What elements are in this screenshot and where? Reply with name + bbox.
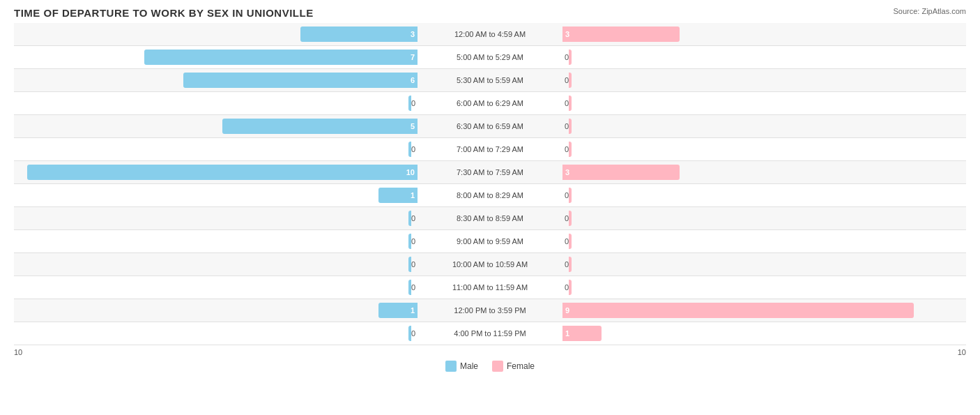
bar-male: 7 <box>144 50 418 65</box>
table-row: 3 12:00 AM to 4:59 AM 3 <box>14 23 966 46</box>
female-value: 3 <box>565 30 569 38</box>
axis-label-left: 10 <box>14 348 22 356</box>
row-label: 6:30 AM to 6:59 AM <box>420 122 560 130</box>
table-row: 7 5:00 AM to 5:29 AM 0 <box>14 46 966 69</box>
table-row: 1 12:00 PM to 3:59 PM 9 <box>14 299 966 322</box>
axis-label-right: 10 <box>958 348 966 356</box>
table-row: 0 11:00 AM to 11:59 AM 0 <box>14 276 966 299</box>
bar-female <box>569 50 572 65</box>
bar-female <box>569 257 572 272</box>
row-label: 5:30 AM to 5:59 AM <box>420 76 560 84</box>
bar-female: 1 <box>562 326 602 341</box>
source-text: Source: ZipAtlas.com <box>893 7 966 15</box>
bar-female <box>569 96 572 111</box>
male-zero: 0 <box>411 329 415 338</box>
male-value: 3 <box>411 30 415 38</box>
legend-male-label: Male <box>460 361 478 371</box>
male-value: 1 <box>411 306 415 315</box>
left-section: 6 <box>14 69 420 91</box>
bar-female: 3 <box>562 27 680 42</box>
left-section: 0 <box>14 138 420 160</box>
bar-male: 1 <box>378 303 418 318</box>
table-row: 5 6:30 AM to 6:59 AM 0 <box>14 115 966 138</box>
right-section: 0 <box>560 69 966 91</box>
left-section: 0 <box>14 230 420 252</box>
right-section: 3 <box>560 23 966 45</box>
bar-female <box>569 211 572 226</box>
left-section: 3 <box>14 23 420 45</box>
right-section: 0 <box>560 230 966 252</box>
legend-female-label: Female <box>507 361 535 371</box>
bar-male <box>408 96 411 111</box>
row-label: 6:00 AM to 6:29 AM <box>420 99 560 107</box>
male-zero: 0 <box>411 99 415 107</box>
row-label: 7:00 AM to 7:29 AM <box>420 145 560 153</box>
axis-bottom: 10 10 <box>14 345 966 356</box>
bar-male: 6 <box>183 73 418 88</box>
table-row: 6 5:30 AM to 5:59 AM 0 <box>14 69 966 92</box>
male-value: 7 <box>411 53 415 61</box>
right-section: 0 <box>560 92 966 114</box>
row-label: 7:30 AM to 7:59 AM <box>420 168 560 176</box>
legend-male: Male <box>445 361 478 372</box>
bar-male <box>408 257 411 272</box>
bar-male <box>408 211 411 226</box>
legend-male-box <box>445 361 457 372</box>
bar-male <box>408 234 411 249</box>
male-value: 5 <box>411 122 415 130</box>
right-section: 9 <box>560 299 966 322</box>
female-value: 9 <box>565 306 569 315</box>
right-section: 0 <box>560 276 966 299</box>
bar-male <box>408 280 411 295</box>
row-label: 10:00 AM to 10:59 AM <box>420 260 560 269</box>
right-section: 1 <box>560 322 966 345</box>
male-zero: 0 <box>411 283 415 292</box>
row-label: 12:00 PM to 3:59 PM <box>420 306 560 315</box>
male-value: 1 <box>411 191 415 199</box>
bar-male: 5 <box>222 119 418 134</box>
bar-female: 9 <box>562 303 914 318</box>
left-section: 0 <box>14 207 420 229</box>
row-label: 11:00 AM to 11:59 AM <box>420 283 560 292</box>
bar-female <box>569 234 572 249</box>
left-section: 1 <box>14 184 420 206</box>
bar-male <box>408 142 411 157</box>
left-section: 0 <box>14 253 420 276</box>
table-row: 0 8:30 AM to 8:59 AM 0 <box>14 207 966 230</box>
chart-container: TIME OF DEPARTURE TO WORK BY SEX IN UNIO… <box>0 0 980 415</box>
legend: Male Female <box>14 361 966 372</box>
bar-male <box>408 326 411 341</box>
row-label: 5:00 AM to 5:29 AM <box>420 53 560 61</box>
male-value: 10 <box>406 168 415 176</box>
table-row: 10 7:30 AM to 7:59 AM 3 <box>14 161 966 184</box>
male-value: 6 <box>411 76 415 84</box>
row-label: 4:00 PM to 11:59 PM <box>420 329 560 338</box>
bar-female <box>569 188 572 203</box>
table-row: 0 6:00 AM to 6:29 AM 0 <box>14 92 966 115</box>
legend-female: Female <box>492 361 535 372</box>
male-zero: 0 <box>411 260 415 269</box>
row-label: 8:00 AM to 8:29 AM <box>420 191 560 199</box>
right-section: 0 <box>560 207 966 229</box>
bar-female: 3 <box>562 165 680 180</box>
left-section: 0 <box>14 92 420 114</box>
bar-female <box>569 280 572 295</box>
rows-container: 3 12:00 AM to 4:59 AM 3 7 5:00 AM to 5:2… <box>14 23 966 345</box>
male-zero: 0 <box>411 237 415 246</box>
bar-male: 3 <box>300 27 418 42</box>
left-section: 10 <box>14 161 420 183</box>
table-row: 0 7:00 AM to 7:29 AM 0 <box>14 138 966 161</box>
chart-title: TIME OF DEPARTURE TO WORK BY SEX IN UNIO… <box>14 7 966 19</box>
legend-female-box <box>492 361 503 372</box>
table-row: 0 10:00 AM to 10:59 AM 0 <box>14 253 966 276</box>
right-section: 0 <box>560 184 966 206</box>
right-section: 0 <box>560 253 966 276</box>
row-label: 9:00 AM to 9:59 AM <box>420 237 560 246</box>
male-zero: 0 <box>411 214 415 222</box>
row-label: 12:00 AM to 4:59 AM <box>420 30 560 38</box>
left-section: 0 <box>14 322 420 345</box>
left-section: 1 <box>14 299 420 322</box>
bar-male: 10 <box>27 165 418 180</box>
left-section: 7 <box>14 46 420 68</box>
bar-female <box>569 73 572 88</box>
